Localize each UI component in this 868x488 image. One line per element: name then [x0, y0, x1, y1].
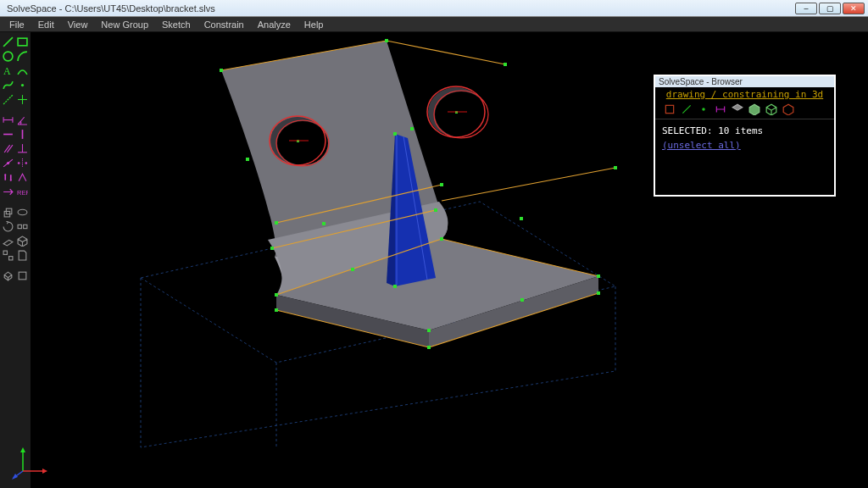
svg-rect-47 — [220, 69, 223, 72]
maximize-button[interactable]: ▢ — [819, 3, 841, 14]
window-title: SolveSpace - C:\Users\UT45\Desktop\brack… — [3, 3, 795, 14]
construction-tool-icon[interactable] — [2, 93, 14, 106]
axis-triad — [10, 439, 53, 481]
svg-text:A: A — [3, 65, 11, 76]
browser-heading: drawing / constraining in 3d — [655, 87, 834, 102]
split-tool-icon[interactable] — [16, 93, 29, 106]
svg-rect-69 — [440, 183, 443, 186]
text-tool-icon[interactable]: A — [2, 64, 14, 77]
circle-tool-icon[interactable] — [2, 50, 14, 63]
arc-tool-icon[interactable] — [16, 50, 29, 63]
browser-edges-icon[interactable] — [765, 103, 777, 115]
equal-constraint-icon[interactable] — [2, 171, 14, 184]
parallel-constraint-icon[interactable] — [2, 142, 14, 155]
svg-point-36 — [277, 121, 328, 165]
svg-rect-51 — [410, 127, 414, 130]
browser-line-icon[interactable] — [681, 103, 693, 115]
svg-rect-59 — [597, 274, 600, 278]
property-browser[interactable]: SolveSpace - Browser drawing / constrain… — [654, 75, 836, 197]
unselect-all-link[interactable]: (unselect all) — [662, 139, 827, 153]
menu-constrain[interactable]: Constrain — [198, 19, 250, 30]
svg-rect-62 — [427, 329, 431, 332]
menu-sketch[interactable]: Sketch — [156, 19, 197, 30]
svg-rect-49 — [504, 63, 507, 66]
svg-rect-61 — [427, 346, 431, 349]
browser-titlebar[interactable]: SolveSpace - Browser — [655, 76, 834, 87]
minimize-button[interactable]: – — [795, 3, 817, 14]
browser-mesh-icon[interactable] — [782, 103, 794, 115]
nearest-iso-icon[interactable] — [2, 269, 14, 282]
rect-tool-icon[interactable] — [16, 36, 29, 48]
import-icon[interactable] — [16, 249, 29, 262]
distance-constraint-icon[interactable] — [2, 114, 14, 126]
svg-rect-58 — [520, 217, 523, 220]
lathe-group-icon[interactable] — [16, 206, 29, 219]
extrude-group-icon[interactable] — [2, 206, 14, 219]
selected-count: 10 items — [718, 125, 763, 136]
menu-analyze[interactable]: Analyze — [252, 19, 297, 30]
perpendicular-constraint-icon[interactable] — [16, 142, 29, 155]
browser-shaded-icon[interactable] — [732, 103, 743, 115]
title-bar: SolveSpace - C:\Users\UT45\Desktop\brack… — [0, 0, 868, 17]
sketch-in-plane-icon[interactable] — [2, 235, 14, 247]
workspace: A — [0, 32, 868, 488]
svg-point-75 — [702, 108, 705, 111]
svg-rect-60 — [275, 308, 278, 312]
step-rotate-group-icon[interactable] — [2, 220, 14, 233]
svg-rect-29 — [24, 225, 27, 228]
menu-view[interactable]: View — [62, 19, 94, 30]
svg-rect-73 — [665, 105, 673, 113]
svg-rect-28 — [18, 225, 21, 228]
assembly-icon[interactable] — [2, 249, 14, 262]
menu-new-group[interactable]: New Group — [95, 19, 154, 30]
browser-point-icon[interactable] — [698, 103, 709, 115]
symmetric-constraint-icon[interactable] — [16, 157, 29, 169]
ref-constraint-icon[interactable]: REF — [16, 186, 29, 198]
browser-toolbar — [655, 102, 834, 119]
same-orient-constraint-icon[interactable] — [16, 171, 29, 184]
browser-faces-icon[interactable] — [748, 103, 760, 115]
horizontal-constraint-icon[interactable] — [2, 128, 14, 141]
bezier-tool-icon[interactable] — [2, 79, 14, 92]
svg-line-5 — [3, 95, 13, 104]
svg-rect-31 — [9, 257, 13, 260]
svg-rect-65 — [351, 268, 354, 271]
svg-line-14 — [7, 145, 13, 152]
close-button[interactable]: ✕ — [843, 3, 865, 14]
nearest-ortho-icon[interactable] — [16, 269, 29, 282]
other-constraint-icon[interactable] — [2, 186, 14, 198]
svg-rect-32 — [19, 272, 26, 280]
step-translate-group-icon[interactable] — [16, 220, 29, 233]
svg-point-4 — [21, 84, 24, 86]
browser-body: SELECTED: 10 items (unselect all) — [655, 119, 834, 195]
svg-point-42 — [435, 92, 487, 137]
svg-rect-57 — [440, 237, 443, 241]
point-on-constraint-icon[interactable] — [2, 157, 14, 169]
point-tool-icon[interactable] — [16, 79, 29, 92]
svg-rect-30 — [3, 251, 7, 254]
menu-help[interactable]: Help — [298, 19, 330, 30]
sketch-3d-icon[interactable] — [16, 235, 29, 247]
vertical-constraint-icon[interactable] — [16, 128, 29, 141]
tangent-arc-tool-icon[interactable] — [16, 64, 29, 77]
svg-text:REF: REF — [17, 189, 28, 197]
angle-constraint-icon[interactable] — [16, 114, 29, 126]
hole-right[interactable] — [427, 86, 488, 138]
selected-label: SELECTED: — [662, 125, 713, 136]
menu-edit[interactable]: Edit — [32, 19, 60, 30]
svg-point-27 — [18, 209, 27, 215]
svg-rect-56 — [322, 222, 326, 225]
svg-rect-66 — [393, 132, 397, 136]
line-tool-icon[interactable] — [2, 36, 14, 48]
svg-point-2 — [3, 52, 13, 61]
svg-rect-54 — [614, 166, 617, 169]
browser-home-icon[interactable] — [664, 103, 676, 115]
window-buttons: – ▢ ✕ — [795, 3, 865, 14]
svg-point-22 — [4, 174, 6, 175]
menu-file[interactable]: File — [3, 19, 31, 30]
svg-rect-50 — [246, 158, 249, 161]
svg-line-74 — [682, 105, 690, 113]
browser-constraint-icon[interactable] — [715, 103, 726, 115]
svg-rect-1 — [18, 38, 27, 46]
svg-rect-68 — [275, 221, 278, 225]
